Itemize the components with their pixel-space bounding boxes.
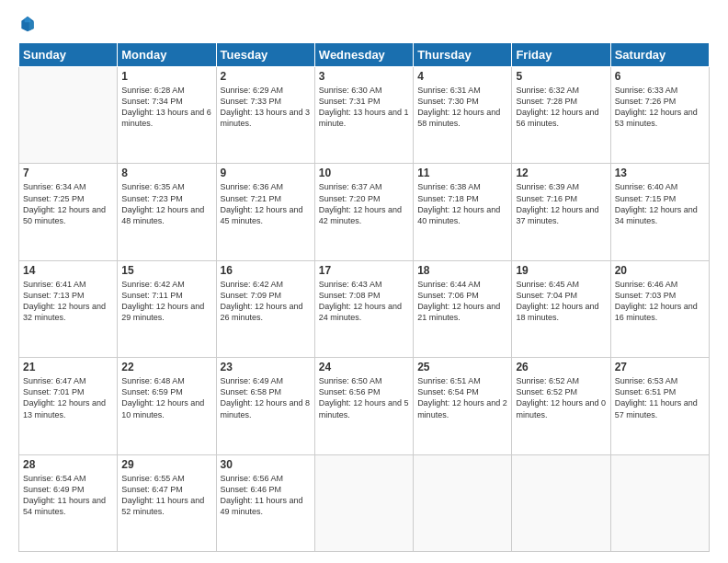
day-number: 28 [23,458,113,471]
day-info: Sunrise: 6:33 AM Sunset: 7:26 PM Dayligh… [615,85,705,130]
table-row: 16Sunrise: 6:42 AM Sunset: 7:09 PM Dayli… [216,260,314,357]
table-row: 10Sunrise: 6:37 AM Sunset: 7:20 PM Dayli… [314,164,413,260]
day-number: 24 [319,361,409,373]
day-number: 4 [417,70,507,83]
day-info: Sunrise: 6:46 AM Sunset: 7:03 PM Dayligh… [615,279,705,324]
table-row: 30Sunrise: 6:56 AM Sunset: 6:46 PM Dayli… [216,454,314,551]
col-tuesday: Tuesday [216,43,314,67]
calendar-week-row: 7Sunrise: 6:34 AM Sunset: 7:25 PM Daylig… [19,164,710,260]
day-number: 22 [121,361,211,373]
table-row: 13Sunrise: 6:40 AM Sunset: 7:15 PM Dayli… [610,164,709,260]
table-row [19,67,118,164]
day-number: 7 [23,167,113,179]
table-row: 27Sunrise: 6:53 AM Sunset: 6:51 PM Dayli… [610,358,709,454]
col-wednesday: Wednesday [314,43,413,67]
table-row: 12Sunrise: 6:39 AM Sunset: 7:16 PM Dayli… [512,164,610,260]
calendar-header-row: Sunday Monday Tuesday Wednesday Thursday… [19,43,710,67]
day-number: 26 [516,361,606,373]
table-row: 9Sunrise: 6:36 AM Sunset: 7:21 PM Daylig… [216,164,314,260]
day-number: 19 [516,264,606,277]
day-info: Sunrise: 6:37 AM Sunset: 7:20 PM Dayligh… [319,181,409,226]
day-number: 9 [221,167,311,179]
table-row: 26Sunrise: 6:52 AM Sunset: 6:52 PM Dayli… [512,358,610,454]
day-info: Sunrise: 6:48 AM Sunset: 6:59 PM Dayligh… [121,375,211,420]
day-number: 12 [516,167,606,179]
col-sunday: Sunday [19,43,118,67]
day-number: 21 [23,361,113,373]
day-info: Sunrise: 6:32 AM Sunset: 7:28 PM Dayligh… [516,85,606,130]
day-info: Sunrise: 6:50 AM Sunset: 6:56 PM Dayligh… [319,375,409,420]
day-number: 23 [221,361,311,373]
header [18,15,710,33]
day-number: 5 [516,70,606,83]
day-info: Sunrise: 6:41 AM Sunset: 7:13 PM Dayligh… [23,279,113,324]
table-row: 8Sunrise: 6:35 AM Sunset: 7:23 PM Daylig… [118,164,216,260]
table-row: 3Sunrise: 6:30 AM Sunset: 7:31 PM Daylig… [314,67,413,164]
day-info: Sunrise: 6:52 AM Sunset: 6:52 PM Dayligh… [516,375,606,420]
calendar-week-row: 14Sunrise: 6:41 AM Sunset: 7:13 PM Dayli… [19,260,710,357]
day-info: Sunrise: 6:35 AM Sunset: 7:23 PM Dayligh… [121,181,211,226]
day-number: 20 [615,264,705,277]
table-row: 6Sunrise: 6:33 AM Sunset: 7:26 PM Daylig… [610,67,709,164]
day-number: 27 [615,361,705,373]
table-row: 28Sunrise: 6:54 AM Sunset: 6:49 PM Dayli… [19,454,118,551]
day-info: Sunrise: 6:43 AM Sunset: 7:08 PM Dayligh… [319,279,409,324]
logo-icon [18,15,37,33]
table-row: 2Sunrise: 6:29 AM Sunset: 7:33 PM Daylig… [216,67,314,164]
day-info: Sunrise: 6:36 AM Sunset: 7:21 PM Dayligh… [221,181,311,226]
table-row: 4Sunrise: 6:31 AM Sunset: 7:30 PM Daylig… [414,67,512,164]
day-info: Sunrise: 6:51 AM Sunset: 6:54 PM Dayligh… [417,375,507,420]
day-info: Sunrise: 6:42 AM Sunset: 7:11 PM Dayligh… [121,279,211,324]
table-row: 25Sunrise: 6:51 AM Sunset: 6:54 PM Dayli… [414,358,512,454]
table-row: 14Sunrise: 6:41 AM Sunset: 7:13 PM Dayli… [19,260,118,357]
table-row: 29Sunrise: 6:55 AM Sunset: 6:47 PM Dayli… [118,454,216,551]
day-info: Sunrise: 6:54 AM Sunset: 6:49 PM Dayligh… [23,473,113,518]
day-number: 30 [221,458,311,471]
day-number: 3 [319,70,409,83]
day-info: Sunrise: 6:56 AM Sunset: 6:46 PM Dayligh… [221,473,311,518]
table-row: 17Sunrise: 6:43 AM Sunset: 7:08 PM Dayli… [314,260,413,357]
day-info: Sunrise: 6:47 AM Sunset: 7:01 PM Dayligh… [23,375,113,420]
day-number: 16 [221,264,311,277]
day-info: Sunrise: 6:34 AM Sunset: 7:25 PM Dayligh… [23,181,113,226]
col-friday: Friday [512,43,610,67]
logo [18,15,40,33]
col-saturday: Saturday [610,43,709,67]
day-info: Sunrise: 6:39 AM Sunset: 7:16 PM Dayligh… [516,181,606,226]
day-number: 17 [319,264,409,277]
day-number: 10 [319,167,409,179]
col-monday: Monday [118,43,216,67]
table-row: 1Sunrise: 6:28 AM Sunset: 7:34 PM Daylig… [118,67,216,164]
day-number: 11 [417,167,507,179]
day-info: Sunrise: 6:49 AM Sunset: 6:58 PM Dayligh… [221,375,311,420]
table-row: 20Sunrise: 6:46 AM Sunset: 7:03 PM Dayli… [610,260,709,357]
calendar-week-row: 28Sunrise: 6:54 AM Sunset: 6:49 PM Dayli… [19,454,710,551]
page: Sunday Monday Tuesday Wednesday Thursday… [0,0,728,563]
day-number: 18 [417,264,507,277]
col-thursday: Thursday [414,43,512,67]
table-row: 19Sunrise: 6:45 AM Sunset: 7:04 PM Dayli… [512,260,610,357]
table-row: 11Sunrise: 6:38 AM Sunset: 7:18 PM Dayli… [414,164,512,260]
table-row: 21Sunrise: 6:47 AM Sunset: 7:01 PM Dayli… [19,358,118,454]
calendar-week-row: 1Sunrise: 6:28 AM Sunset: 7:34 PM Daylig… [19,67,710,164]
day-number: 13 [615,167,705,179]
day-number: 25 [417,361,507,373]
table-row: 22Sunrise: 6:48 AM Sunset: 6:59 PM Dayli… [118,358,216,454]
table-row: 5Sunrise: 6:32 AM Sunset: 7:28 PM Daylig… [512,67,610,164]
day-number: 29 [121,458,211,471]
day-info: Sunrise: 6:45 AM Sunset: 7:04 PM Dayligh… [516,279,606,324]
day-info: Sunrise: 6:42 AM Sunset: 7:09 PM Dayligh… [221,279,311,324]
day-number: 14 [23,264,113,277]
table-row: 24Sunrise: 6:50 AM Sunset: 6:56 PM Dayli… [314,358,413,454]
table-row: 7Sunrise: 6:34 AM Sunset: 7:25 PM Daylig… [19,164,118,260]
day-number: 2 [221,70,311,83]
day-info: Sunrise: 6:29 AM Sunset: 7:33 PM Dayligh… [221,85,311,130]
table-row [610,454,709,551]
day-info: Sunrise: 6:44 AM Sunset: 7:06 PM Dayligh… [417,279,507,324]
day-info: Sunrise: 6:53 AM Sunset: 6:51 PM Dayligh… [615,375,705,420]
day-info: Sunrise: 6:38 AM Sunset: 7:18 PM Dayligh… [417,181,507,226]
day-info: Sunrise: 6:28 AM Sunset: 7:34 PM Dayligh… [121,85,211,130]
table-row [414,454,512,551]
table-row [512,454,610,551]
table-row: 23Sunrise: 6:49 AM Sunset: 6:58 PM Dayli… [216,358,314,454]
